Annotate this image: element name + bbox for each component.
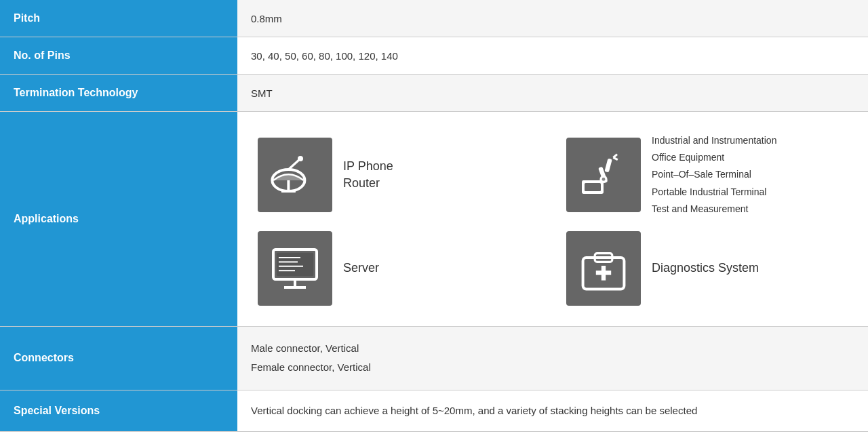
svg-point-10 xyxy=(602,178,606,181)
app-item-ip-phone: IP PhoneRouter xyxy=(258,132,539,218)
connectors-label: Connectors xyxy=(0,326,237,390)
server-icon xyxy=(258,231,332,306)
svg-rect-8 xyxy=(604,158,612,172)
ip-phone-label: IP PhoneRouter xyxy=(343,158,393,192)
svg-point-2 xyxy=(298,156,303,161)
diagnostics-icon xyxy=(566,231,641,306)
applications-value: IP PhoneRouter xyxy=(237,112,868,327)
connector-line1: Male connector, Vertical xyxy=(251,342,359,354)
termination-row: Termination Technology SMT xyxy=(0,75,868,112)
termination-value: SMT xyxy=(237,75,868,112)
pitch-label: Pitch xyxy=(0,0,237,37)
applications-label: Applications xyxy=(0,112,237,327)
special-versions-row: Special Versions Vertical docking can ac… xyxy=(0,390,868,431)
pins-value: 30, 40, 50, 60, 80, 100, 120, 140 xyxy=(237,37,868,75)
connectors-value: Male connector, Vertical Female connecto… xyxy=(237,326,868,390)
connector-line2: Female connector, Vertical xyxy=(251,361,371,373)
termination-label: Termination Technology xyxy=(0,75,237,112)
pins-label: No. of Pins xyxy=(0,37,237,75)
svg-rect-14 xyxy=(277,253,313,276)
pins-row: No. of Pins 30, 40, 50, 60, 80, 100, 120… xyxy=(0,37,868,75)
svg-rect-6 xyxy=(585,183,601,191)
app-item-diagnostics: Diagnostics System xyxy=(566,231,848,306)
connectors-text: Male connector, Vertical Female connecto… xyxy=(251,339,854,378)
server-label: Server xyxy=(343,260,379,277)
industrial-label: Industrial and Instrumentation Office Eq… xyxy=(652,132,776,218)
special-versions-label: Special Versions xyxy=(0,390,237,431)
applications-row: Applications xyxy=(0,112,868,327)
app-item-server: Server xyxy=(258,231,539,306)
special-versions-value: Vertical docking can achieve a height of… xyxy=(237,390,868,431)
app-item-industrial: Industrial and Instrumentation Office Eq… xyxy=(566,132,848,218)
svg-line-12 xyxy=(613,157,617,159)
connectors-row: Connectors Male connector, Vertical Fema… xyxy=(0,326,868,390)
diagnostics-label: Diagnostics System xyxy=(652,260,759,277)
satellite-dish-icon xyxy=(258,138,332,212)
industrial-icon xyxy=(566,138,641,212)
apps-grid: IP PhoneRouter xyxy=(258,132,848,306)
pitch-row: Pitch 0.8mm xyxy=(0,0,868,37)
special-versions-text: Vertical docking can achieve a height of… xyxy=(251,403,854,419)
pitch-value: 0.8mm xyxy=(237,0,868,37)
